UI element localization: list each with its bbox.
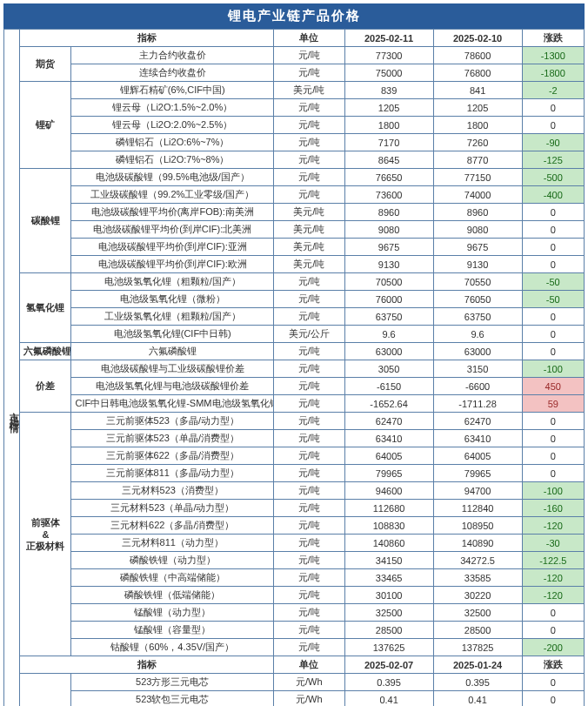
value2-cell: 32500 (433, 604, 522, 622)
section-label: 市场行情 (4, 30, 20, 707)
value1-cell: 8960 (344, 204, 433, 221)
change-cell: 0 (522, 413, 584, 430)
value1-cell: 112680 (344, 500, 433, 517)
col-date2: 2025-01-24 (433, 656, 522, 674)
value1-cell: 137625 (344, 639, 433, 656)
indicator-cell: 主力合约收盘价 (71, 47, 274, 64)
value2-cell: 0.395 (433, 674, 522, 691)
group-label: 锂矿 (20, 82, 71, 169)
change-cell: -30 (522, 535, 584, 552)
table-row: 磷锂铝石（Li2O:6%~7%）元/吨71707260-90 (4, 134, 585, 151)
change-cell: 59 (522, 395, 584, 413)
value2-cell: 0.41 (433, 691, 522, 707)
indicator-cell: 电池级碳酸锂平均价(到岸CIF):欧洲 (71, 256, 274, 273)
value2-cell: 8770 (433, 151, 522, 169)
indicator-cell: 三元前驱体523（单晶/消费型） (71, 430, 274, 447)
value2-cell: -1711.28 (433, 395, 522, 413)
value2-cell: 64005 (433, 447, 522, 465)
value2-cell: 7260 (433, 134, 522, 151)
value2-cell: 79965 (433, 465, 522, 482)
indicator-cell: 锰酸锂（容量型） (71, 622, 274, 639)
table-row: 电池级碳酸锂平均价(到岸CIF):欧洲美元/吨913091300 (4, 256, 585, 273)
col-date1: 2025-02-07 (344, 656, 433, 674)
value2-cell: 63410 (433, 430, 522, 447)
value2-cell: 62470 (433, 413, 522, 430)
table-row: 工业级碳酸锂（99.2%工业零级/国产）元/吨7360074000-400 (4, 186, 585, 204)
change-cell: -200 (522, 639, 584, 656)
table-row: 三元前驱体523（单晶/消费型）元/吨63410634100 (4, 430, 585, 447)
table-row: 碳酸锂电池级碳酸锂（99.5%电池级/国产）元/吨7665077150-500 (4, 169, 585, 186)
indicator-cell: CIF中日韩电池级氢氧化锂-SMM电池级氢氧化锂 (71, 395, 274, 413)
unit-cell: 元/吨 (274, 151, 345, 169)
unit-cell: 元/吨 (274, 500, 345, 517)
group-label: 碳酸锂 (20, 169, 71, 273)
col-unit: 单位 (274, 656, 345, 674)
value1-cell: 9.6 (344, 326, 433, 343)
change-cell: -120 (522, 587, 584, 604)
value1-cell: 64005 (344, 447, 433, 465)
value2-cell: 63000 (433, 343, 522, 360)
value1-cell: 9080 (344, 221, 433, 239)
indicator-cell: 六氟磷酸锂 (71, 343, 274, 360)
value1-cell: 76650 (344, 169, 433, 186)
change-cell: -1800 (522, 64, 584, 82)
value2-cell: 77150 (433, 169, 522, 186)
change-cell: -500 (522, 169, 584, 186)
indicator-cell: 电池级氢氧化锂（微粉） (71, 291, 274, 308)
value2-cell: 1205 (433, 99, 522, 117)
indicator-cell: 电池级碳酸锂平均价(到岸CIF):亚洲 (71, 239, 274, 256)
indicator-cell: 电池级氢氧化锂（粗颗粒/国产） (71, 273, 274, 291)
col-indicator: 指标 (20, 656, 274, 674)
table-row: 锂矿锂辉石精矿(6%,CIF中国)美元/吨839841-2 (4, 82, 585, 99)
indicator-cell: 磷酸铁锂（低端储能） (71, 587, 274, 604)
value1-cell: -6150 (344, 378, 433, 395)
value1-cell: 30100 (344, 587, 433, 604)
indicator-cell: 磷酸铁锂（动力型） (71, 552, 274, 569)
value2-cell: 9130 (433, 256, 522, 273)
change-cell: -122.5 (522, 552, 584, 569)
indicator-cell: 电池级碳酸锂平均价(到岸CIF):北美洲 (71, 221, 274, 239)
value1-cell: 75000 (344, 64, 433, 82)
group-label: 期货 (20, 47, 71, 82)
value2-cell: 63750 (433, 308, 522, 326)
value2-cell: 70550 (433, 273, 522, 291)
value2-cell: 841 (433, 82, 522, 99)
unit-cell: 美元/吨 (274, 204, 345, 221)
change-cell: 0 (522, 622, 584, 639)
unit-cell: 元/吨 (274, 447, 345, 465)
unit-cell: 元/吨 (274, 169, 345, 186)
change-cell: -1300 (522, 47, 584, 64)
value1-cell: 32500 (344, 604, 433, 622)
unit-cell: 元/Wh (274, 674, 345, 691)
value2-cell: 1800 (433, 117, 522, 134)
value2-cell: 9675 (433, 239, 522, 256)
indicator-cell: 钴酸锂（60%，4.35V/国产） (71, 639, 274, 656)
indicator-cell: 锂辉石精矿(6%,CIF中国) (71, 82, 274, 99)
value2-cell: 78600 (433, 47, 522, 64)
table-row: 磷锂铝石（Li2O:7%~8%）元/吨86458770-125 (4, 151, 585, 169)
change-cell: -100 (522, 482, 584, 500)
indicator-cell: 三元材料523（单晶/动力型） (71, 500, 274, 517)
table-row: 电池级氢氧化锂与电池级碳酸锂价差元/吨-6150-6600450 (4, 378, 585, 395)
indicator-cell: 三元前驱体622（多晶/消费型） (71, 447, 274, 465)
unit-cell: 元/吨 (274, 535, 345, 552)
indicator-cell: 工业级氢氧化锂（粗颗粒/国产） (71, 308, 274, 326)
table-row: 前驱体&正极材料三元前驱体523（多晶/动力型）元/吨62470624700 (4, 413, 585, 430)
unit-cell: 元/吨 (274, 343, 345, 360)
table-row: 电池级碳酸锂平均价(离岸FOB):南美洲美元/吨896089600 (4, 204, 585, 221)
unit-cell: 元/吨 (274, 291, 345, 308)
value2-cell: 140890 (433, 535, 522, 552)
indicator-cell: 三元材料811（动力型） (71, 535, 274, 552)
indicator-cell: 电池级氢氧化锂与电池级碳酸锂价差 (71, 378, 274, 395)
indicator-cell: 电池级碳酸锂与工业级碳酸锂价差 (71, 360, 274, 378)
change-cell: 0 (522, 204, 584, 221)
change-cell: -50 (522, 273, 584, 291)
unit-cell: 元/吨 (274, 604, 345, 622)
unit-cell: 元/吨 (274, 465, 345, 482)
value2-cell: 3150 (433, 360, 522, 378)
indicator-cell: 523软包三元电芯 (71, 691, 274, 707)
group-label: 电芯&电池 (20, 674, 71, 707)
change-cell: 0 (522, 604, 584, 622)
value1-cell: 73600 (344, 186, 433, 204)
indicator-cell: 电池级碳酸锂（99.5%电池级/国产） (71, 169, 274, 186)
